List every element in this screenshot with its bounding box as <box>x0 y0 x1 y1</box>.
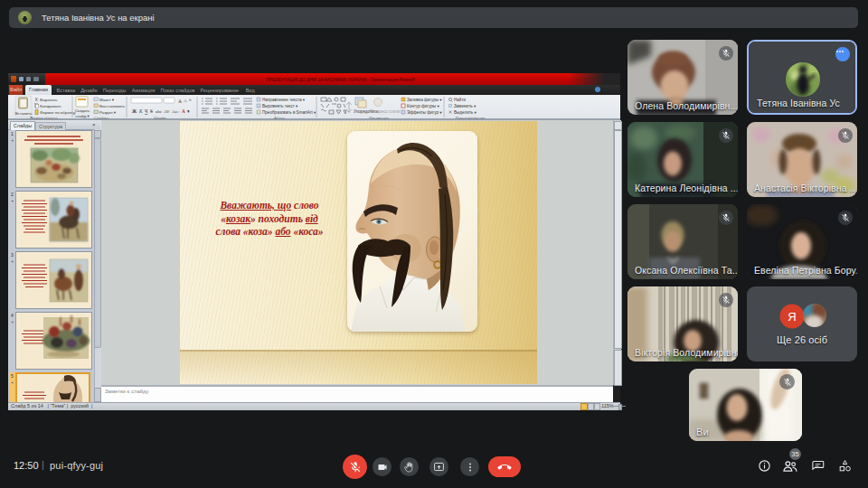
svg-text:A: A <box>178 99 182 104</box>
svg-text:К: К <box>138 108 143 114</box>
svg-text:ᴬ: ᴬ <box>188 98 192 104</box>
svg-text:Рисование: Рисование <box>369 116 389 120</box>
svg-text:Создать: Создать <box>75 108 90 113</box>
svg-text:Направление текста ▾: Направление текста ▾ <box>262 98 306 102</box>
svg-text:Вставить: Вставить <box>15 111 33 116</box>
svg-text:Вырезать: Вырезать <box>40 98 58 102</box>
svg-text:abc: abc <box>156 109 163 114</box>
svg-text:Заливка фигуры ▾: Заливка фигуры ▾ <box>407 98 442 102</box>
svg-text:Абзац: Абзац <box>274 116 286 120</box>
svg-text:AV: AV <box>164 109 170 114</box>
svg-text:Найти: Найти <box>454 97 467 102</box>
svg-text:Aa˅: Aa˅ <box>172 109 180 114</box>
svg-text:Формат по образцу: Формат по образцу <box>40 110 76 115</box>
svg-text:Буфер обмена: Буфер обмена <box>31 116 58 120</box>
svg-text:Выделить ▾: Выделить ▾ <box>454 110 476 115</box>
svg-text:Восстановить: Восстановить <box>99 104 126 108</box>
svg-text:Раздел ▾: Раздел ▾ <box>99 110 117 115</box>
svg-text:Эффекты фигур ▾: Эффекты фигур ▾ <box>407 110 442 115</box>
svg-text:Я: Я <box>788 310 796 324</box>
svg-text:А: А <box>182 108 185 114</box>
svg-text:Заменить ▾: Заменить ▾ <box>454 104 476 108</box>
svg-text:Ж: Ж <box>132 108 137 114</box>
svg-text:Редактирование: Редактирование <box>456 116 486 120</box>
svg-text:Экспресс-стили: Экспресс-стили <box>370 109 401 114</box>
svg-text:S: S <box>150 108 153 114</box>
svg-text:слайд ▾: слайд ▾ <box>75 114 90 118</box>
svg-text:A: A <box>184 99 187 103</box>
svg-text:Шрифт: Шрифт <box>154 116 166 120</box>
svg-text:Преобразовать в SmartArt ▾: Преобразовать в SmartArt ▾ <box>262 110 316 115</box>
svg-text:Контур фигуры ▾: Контур фигуры ▾ <box>407 104 439 108</box>
svg-text:Макет ▾: Макет ▾ <box>99 98 115 102</box>
svg-text:Ч: Ч <box>145 108 148 114</box>
svg-text:Выровнять текст ▾: Выровнять текст ▾ <box>262 104 298 108</box>
svg-text:Слайды: Слайды <box>94 116 108 120</box>
svg-text:▾: ▾ <box>187 108 190 114</box>
svg-text:Копировать: Копировать <box>40 104 61 108</box>
